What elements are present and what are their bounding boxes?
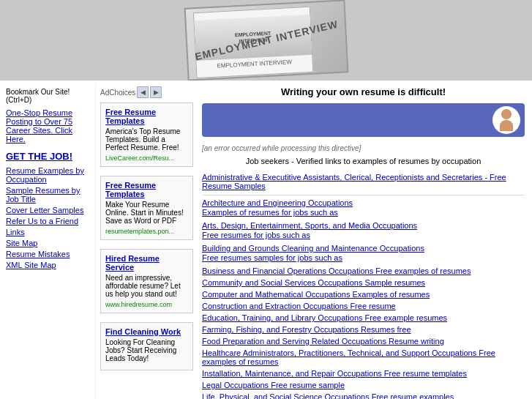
ad1-body: America's Top Resume Templates. Build a … [105,127,188,152]
ad2-body: Make Your Resume Online. Start in Minute… [105,201,188,225]
sidebar-nav: Resume Examples by Occupation Sample Res… [6,166,89,269]
ad-choices-label: AdChoices [100,89,135,97]
avatar-head [501,109,512,119]
ad4-body: Looking For Cleaning Jobs? Start Receivi… [105,338,188,362]
occ-link-2[interactable]: Architecture and Engineering Occupations [202,198,525,207]
occ-link-13[interactable]: Installation, Maintenance, and Repair Oc… [202,369,525,378]
occupation-group-1: Administrative & Executitive Assistants,… [202,173,525,190]
sidebar-top-link-section: One-Stop Resume Posting to Over 75 Caree… [6,108,89,143]
ad-block-4: Find Cleaning Work Looking For Cleaning … [100,322,193,370]
occ-link-7[interactable]: Computer and Mathematical Occupations Ex… [202,290,525,299]
sidebar: Bookmark Our Site! (Ctrl+D) One-Stop Res… [0,83,95,399]
occupation-group-2: Architecture and Engineering Occupations… [202,198,525,217]
sidebar-links-link[interactable]: Links [6,228,89,236]
job-seekers-text: Job seekers - Verified links to examples… [202,157,525,165]
occ-link-14[interactable]: Legal Occupations Free resume sample [202,381,525,389]
occ-link-1[interactable]: Administrative & Executitive Assistants,… [202,173,525,190]
page-wrapper: EMPLOYMENTINTERVIEW EMPLOYMENT INTERVIEW… [0,0,532,399]
avatar [492,106,520,134]
page-title: Writing your own resume is difficult! [202,86,525,97]
banner-image: EMPLOYMENTINTERVIEW EMPLOYMENT INTERVIEW… [184,0,348,81]
ad-block-1: Free Resume Templates America's Top Resu… [100,102,193,167]
occ-link-3[interactable]: Arts, Design, Entertainment, Sports, and… [202,221,525,230]
directive-error: [an error occurred while processing this… [202,144,525,152]
ad-next-button[interactable]: ▶ [150,86,162,98]
ad4-title[interactable]: Find Cleaning Work [105,327,188,336]
ad-block-3: Hired Resume Service Need an impressive,… [100,249,193,313]
occ-link-2-sub[interactable]: Examples of resumes for jobs such as [202,208,525,217]
occupation-group-3: Arts, Design, Entertainment, Sports, and… [202,221,525,239]
sidebar-cover-letter-link[interactable]: Cover Letter Samples [6,206,89,215]
occ-link-10[interactable]: Farming, Fishing, and Forestry Occupatio… [202,325,525,334]
occ-link-9[interactable]: Education, Training, and Library Occupat… [202,313,525,322]
ad3-body: Need an impressive, affordable resume? L… [105,274,188,298]
ad1-url: LiveCareer.com/Resu... [105,154,188,162]
blue-header-bar [202,103,525,137]
occ-link-4[interactable]: Building and Grounds Cleaning and Mainte… [202,244,525,253]
ad3-title[interactable]: Hired Resume Service [105,254,188,272]
avatar-figure [498,109,514,131]
sidebar-sitemap-link[interactable]: Site Map [6,239,89,247]
avatar-body [500,120,513,131]
banner-label: EMPLOYMENT INTERVIEW [217,59,292,69]
sidebar-mistakes-link[interactable]: Resume Mistakes [6,250,89,258]
top-banner: EMPLOYMENTINTERVIEW EMPLOYMENT INTERVIEW… [0,0,532,81]
ad-block-2: Free Resume Templates Make Your Resume O… [100,176,193,240]
ad3-url: www.hiredresume.com [105,301,188,308]
occ-link-12[interactable]: Healthcare Administrators, Practitioners… [202,348,525,366]
ad-choices-row: AdChoices ◀ ▶ [100,86,193,98]
sidebar-sample-resumes-link[interactable]: Sample Resumes by Job Title [6,186,89,204]
ad2-title[interactable]: Free Resume Templates [105,181,188,198]
sidebar-xml-sitemap-link[interactable]: XML Site Map [6,261,89,269]
occ-link-15[interactable]: Life, Physical, and Social Science Occup… [202,392,525,399]
main-right: Writing your own resume is difficult! [a… [198,83,532,399]
occ-link-11[interactable]: Food Preparation and Serving Related Occ… [202,337,525,346]
bookmark-label: Bookmark Our Site! (Ctrl+D) [6,88,89,104]
main-content: Bookmark Our Site! (Ctrl+D) One-Stop Res… [0,81,532,399]
ad2-url: resumetemplates.pon... [105,228,188,235]
sidebar-resume-examples-link[interactable]: Resume Examples by Occupation [6,166,89,184]
one-stop-resume-link[interactable]: One-Stop Resume Posting to Over 75 Caree… [6,108,89,143]
occupation-group-4: Building and Grounds Cleaning and Mainte… [202,244,525,262]
ad1-title[interactable]: Free Resume Templates [105,108,188,125]
occ-link-4-sub[interactable]: Free resumes samples for jobs such as [202,253,525,262]
occ-link-5[interactable]: Business and Financial Operations Occupa… [202,266,525,275]
occ-link-8[interactable]: Construction and Extraction Occupations … [202,302,525,310]
ad-prev-button[interactable]: ◀ [137,86,149,98]
sidebar-refer-link[interactable]: Refer Us to a Friend [6,217,89,225]
occ-link-3-sub[interactable]: Free resumes for jobs such as [202,231,525,239]
occ-link-6[interactable]: Community and Social Services Occupation… [202,278,525,287]
get-the-job-link[interactable]: GET THE JOB! [6,151,89,162]
ad-column: AdChoices ◀ ▶ Free Resume Templates Amer… [95,83,198,399]
